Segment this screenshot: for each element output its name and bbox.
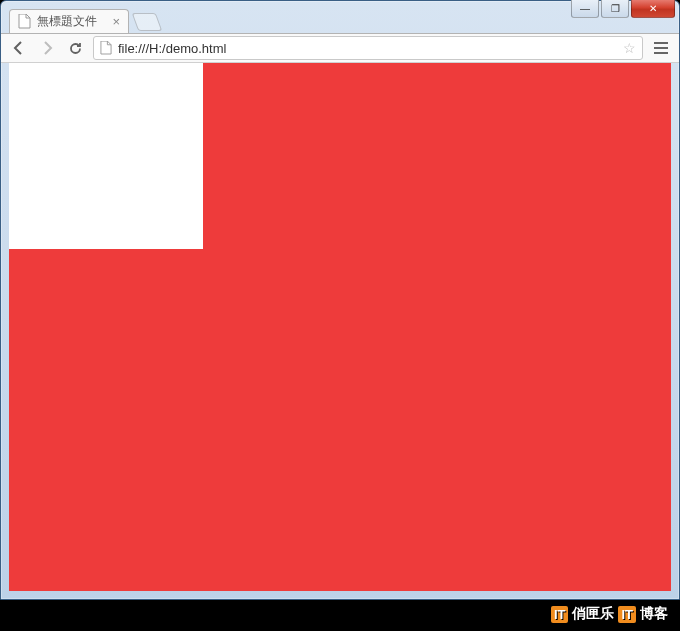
page-icon [18,14,31,29]
page-viewport [9,63,671,591]
white-box [9,63,203,249]
url-page-icon [100,41,112,55]
url-input[interactable] [118,41,617,56]
watermark-text-2: 博客 [640,605,668,623]
page-body [9,63,671,591]
browser-window: — ❐ ✕ 無標題文件 × ☆ [0,0,680,600]
watermark-badge-2: IT [618,606,636,623]
menu-button[interactable] [651,42,671,54]
new-tab-button[interactable] [132,13,163,31]
bookmark-star-icon[interactable]: ☆ [623,40,636,56]
tab-title: 無標題文件 [37,13,106,30]
back-button[interactable] [9,38,29,58]
watermark: IT 俏匣乐 IT 博客 [551,605,668,623]
window-controls: — ❐ ✕ [571,0,675,18]
watermark-text-1: 俏匣乐 [572,605,614,623]
window-titlebar: — ❐ ✕ [1,1,679,9]
address-bar[interactable]: ☆ [93,36,643,60]
watermark-badge-1: IT [551,606,569,623]
tab-close-icon[interactable]: × [112,14,120,29]
reload-button[interactable] [65,38,85,58]
browser-tab[interactable]: 無標題文件 × [9,9,129,33]
minimize-button[interactable]: — [571,0,599,18]
maximize-button[interactable]: ❐ [601,0,629,18]
forward-button[interactable] [37,38,57,58]
address-toolbar: ☆ [1,33,679,63]
close-window-button[interactable]: ✕ [631,0,675,18]
